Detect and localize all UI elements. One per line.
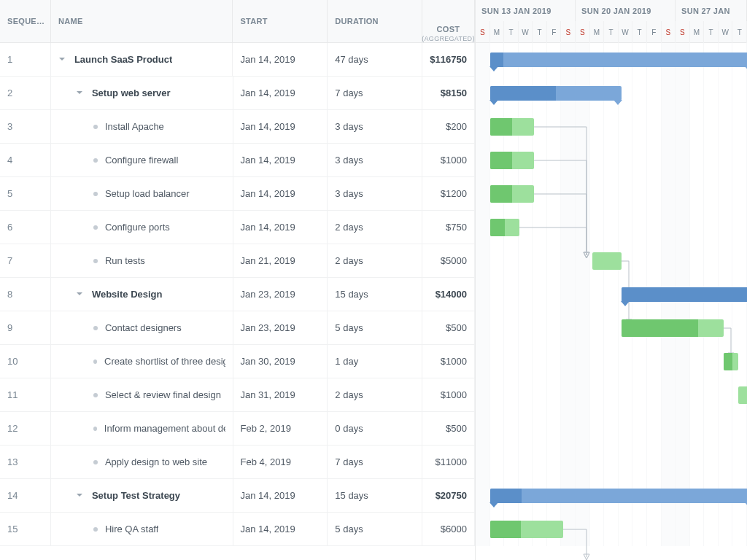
cell-start[interactable]: Jan 30, 2019: [233, 345, 328, 378]
cell-cost[interactable]: $1000: [422, 345, 475, 378]
task-bar[interactable]: [738, 386, 747, 404]
cell-duration[interactable]: 3 days: [328, 177, 422, 210]
cell-name[interactable]: Inform management about decision: [51, 412, 233, 445]
cell-start[interactable]: Jan 21, 2019: [233, 244, 328, 277]
task-bar[interactable]: [490, 185, 534, 203]
task-row[interactable]: 8Website DesignJan 23, 201915 days$14000: [0, 278, 475, 311]
cell-start[interactable]: Feb 2, 2019: [233, 412, 328, 445]
summary-bar[interactable]: [622, 287, 747, 302]
cell-cost[interactable]: $20750: [422, 479, 475, 512]
cell-duration[interactable]: 2 days: [328, 378, 422, 411]
cell-duration[interactable]: 2 days: [328, 211, 422, 244]
chevron-down-icon[interactable]: [76, 88, 88, 99]
cell-cost[interactable]: $500: [422, 311, 475, 344]
cell-cost[interactable]: $1000: [422, 144, 475, 176]
cell-start[interactable]: Jan 14, 2019: [233, 177, 328, 210]
cell-cost[interactable]: $6000: [422, 513, 475, 545]
cell-cost[interactable]: $14000: [422, 278, 475, 311]
cell-cost[interactable]: $116750: [422, 43, 475, 76]
cell-duration[interactable]: 3 days: [328, 110, 422, 143]
cell-start[interactable]: Jan 14, 2019: [233, 479, 328, 512]
cell-start[interactable]: Feb 4, 2019: [233, 446, 328, 478]
cell-name[interactable]: Select & review final design: [51, 378, 233, 411]
cell-start[interactable]: Jan 31, 2019: [233, 378, 328, 411]
col-header-start[interactable]: START: [233, 0, 328, 42]
cell-duration[interactable]: 5 days: [328, 311, 422, 344]
task-row[interactable]: 4Configure firewallJan 14, 20193 days$10…: [0, 144, 475, 177]
cell-name[interactable]: Contact designers: [51, 311, 233, 344]
cell-start[interactable]: Jan 14, 2019: [233, 110, 328, 143]
grid-body[interactable]: 1Launch SaaS ProductJan 14, 201947 days$…: [0, 43, 475, 560]
gantt-body[interactable]: [476, 43, 747, 546]
chevron-down-icon[interactable]: [58, 54, 70, 66]
cell-duration[interactable]: 7 days: [328, 446, 422, 478]
cell-cost[interactable]: $200: [422, 110, 475, 143]
task-row[interactable]: 1Launch SaaS ProductJan 14, 201947 days$…: [0, 43, 475, 77]
gantt-timeline[interactable]: SUN 13 JAN 2019SUN 20 JAN 2019SUN 27 JAN…: [476, 0, 747, 560]
cell-start[interactable]: Jan 14, 2019: [233, 43, 328, 76]
cell-name[interactable]: Run tests: [51, 244, 233, 277]
task-row[interactable]: 5Setup load balancerJan 14, 20193 days$1…: [0, 177, 475, 211]
cell-start[interactable]: Jan 23, 2019: [233, 278, 328, 311]
cell-start[interactable]: Jan 14, 2019: [233, 211, 328, 244]
cell-cost[interactable]: $750: [422, 211, 475, 244]
task-row[interactable]: 9Contact designersJan 23, 20195 days$500: [0, 311, 475, 345]
task-row[interactable]: 11Select & review final designJan 31, 20…: [0, 378, 475, 412]
task-bar[interactable]: [490, 521, 563, 538]
col-header-sequence[interactable]: SEQUE…: [0, 0, 51, 42]
cell-duration[interactable]: 15 days: [328, 479, 422, 512]
cell-cost[interactable]: $1000: [422, 378, 475, 411]
task-bar[interactable]: [592, 252, 622, 270]
cell-start[interactable]: Jan 14, 2019: [233, 77, 328, 109]
cell-start[interactable]: Jan 14, 2019: [233, 144, 328, 176]
chevron-down-icon[interactable]: [76, 490, 88, 502]
cell-name[interactable]: Setup web server: [51, 77, 233, 109]
cell-duration[interactable]: 7 days: [328, 77, 422, 109]
cell-duration[interactable]: 47 days: [328, 43, 422, 76]
summary-bar[interactable]: [490, 52, 747, 67]
task-row[interactable]: 3Install ApacheJan 14, 20193 days$200: [0, 110, 475, 144]
task-row[interactable]: 7Run testsJan 21, 20192 days$5000: [0, 244, 475, 278]
chevron-down-icon[interactable]: [76, 289, 88, 300]
task-row[interactable]: 12Inform management about decisionFeb 2,…: [0, 412, 475, 446]
cell-start[interactable]: Jan 14, 2019: [233, 513, 328, 545]
task-row[interactable]: 2Setup web serverJan 14, 20197 days$8150: [0, 77, 475, 110]
cell-name[interactable]: Setup load balancer: [51, 177, 233, 210]
cell-duration[interactable]: 15 days: [328, 278, 422, 311]
cell-name[interactable]: Website Design: [51, 278, 233, 311]
task-row[interactable]: 14Setup Test StrategyJan 14, 201915 days…: [0, 479, 475, 513]
cell-name[interactable]: Configure ports: [51, 211, 233, 244]
cell-duration[interactable]: 2 days: [328, 244, 422, 277]
task-bar[interactable]: [490, 118, 534, 136]
cell-name[interactable]: Apply design to web site: [51, 446, 233, 478]
cell-name[interactable]: Create shortlist of three designers: [51, 345, 233, 378]
cell-name[interactable]: Install Apache: [51, 110, 233, 143]
task-bar[interactable]: [622, 319, 724, 337]
col-header-cost[interactable]: COST (AGGREGATED): [422, 0, 475, 42]
cell-duration[interactable]: 5 days: [328, 513, 422, 545]
cell-duration[interactable]: 1 day: [328, 345, 422, 378]
task-row[interactable]: 13Apply design to web siteFeb 4, 20197 d…: [0, 446, 475, 479]
task-bar[interactable]: [490, 152, 534, 169]
task-bar[interactable]: [490, 219, 519, 236]
cell-duration[interactable]: 3 days: [328, 144, 422, 176]
cell-name[interactable]: Configure firewall: [51, 144, 233, 176]
col-header-name[interactable]: NAME: [51, 0, 233, 42]
cell-cost[interactable]: $1200: [422, 177, 475, 210]
cell-start[interactable]: Jan 23, 2019: [233, 311, 328, 344]
cell-name[interactable]: Hire QA staff: [51, 513, 233, 545]
task-row[interactable]: 10Create shortlist of three designersJan…: [0, 345, 475, 378]
cell-cost[interactable]: $500: [422, 412, 475, 445]
task-bar[interactable]: [724, 353, 738, 370]
cell-name[interactable]: Launch SaaS Product: [51, 43, 233, 76]
summary-bar[interactable]: [490, 86, 622, 101]
cell-duration[interactable]: 0 days: [328, 412, 422, 445]
cell-cost[interactable]: $11000: [422, 446, 475, 478]
task-row[interactable]: 15Hire QA staffJan 14, 20195 days$6000: [0, 513, 475, 546]
cell-name[interactable]: Setup Test Strategy: [51, 479, 233, 512]
summary-bar[interactable]: [490, 489, 747, 503]
cell-cost[interactable]: $5000: [422, 244, 475, 277]
task-row[interactable]: 6Configure portsJan 14, 20192 days$750: [0, 211, 475, 244]
col-header-duration[interactable]: DURATION: [328, 0, 422, 42]
cell-cost[interactable]: $8150: [422, 77, 475, 109]
